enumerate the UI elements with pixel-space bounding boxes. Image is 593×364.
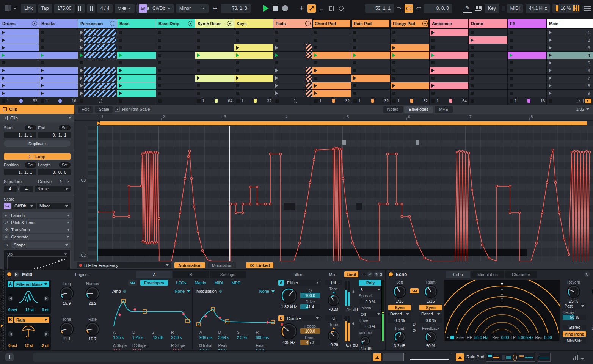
knob-value[interactable]: 435 Hz <box>282 340 295 345</box>
show-device-view-button[interactable] <box>456 353 464 361</box>
fold-icon[interactable]: ▼ <box>32 21 37 26</box>
subtab-midi[interactable]: MIDI <box>214 281 223 285</box>
meld-expand-icon[interactable] <box>14 272 19 277</box>
knob-dial[interactable] <box>394 331 406 343</box>
amp-envelope-graph[interactable] <box>111 297 191 328</box>
clip-slot[interactable] <box>117 52 156 59</box>
engine-b-preset-menu[interactable]: Rain <box>14 317 49 323</box>
scene-launch-1[interactable]: 1 <box>547 29 593 36</box>
engine-b-st[interactable]: 12 st <box>25 344 33 348</box>
clip-slot[interactable] <box>391 82 429 89</box>
section-transform[interactable]: ❖Transform <box>2 226 72 233</box>
computer-midi-keyboard-icon[interactable] <box>474 4 482 13</box>
clip-slot[interactable] <box>508 59 546 66</box>
play-button[interactable] <box>263 5 269 12</box>
mod-envelope-graph[interactable] <box>196 297 275 328</box>
narrow-knob[interactable]: Narrow 22.2 <box>80 281 105 306</box>
modulation-toggle[interactable]: Modulation <box>208 262 236 268</box>
loop-switch-icon[interactable] <box>405 4 413 13</box>
echo-title[interactable]: Echo <box>396 272 407 277</box>
mod-sustain[interactable]: 2.3 % <box>237 335 256 340</box>
clip-end-field[interactable]: 9. 1. 1 <box>38 132 71 138</box>
knob-value[interactable]: 16.7 <box>89 337 96 341</box>
clip-slot[interactable] <box>430 90 468 97</box>
mix-a-tone-knob[interactable]: Tone -0.33 <box>325 287 342 311</box>
scale-root-menu[interactable]: C#/Db <box>149 4 174 13</box>
clip-slot[interactable] <box>312 90 351 97</box>
fold-icon[interactable]: ▼ <box>227 21 232 26</box>
amp-release[interactable]: 2.36 s <box>171 335 190 340</box>
track-header[interactable]: Rain Pad <box>351 19 390 29</box>
clip-slot[interactable] <box>312 59 351 66</box>
clip-slot[interactable] <box>508 29 546 36</box>
clip-slot[interactable] <box>39 82 78 89</box>
clip-slot[interactable] <box>273 52 312 59</box>
clip-slot[interactable] <box>0 75 39 82</box>
track-status-row[interactable]: 116 <box>508 97 546 105</box>
clip-slot[interactable] <box>39 44 78 51</box>
scene-launch-9[interactable]: 9 <box>547 90 593 97</box>
groove-menu[interactable]: None <box>35 186 71 192</box>
clip-slot[interactable] <box>78 59 117 66</box>
scale-mode-icon[interactable]: b# <box>139 4 147 13</box>
lp-res-field[interactable]: 0.00 <box>544 335 552 340</box>
arrangement-position-field[interactable]: 73. 1. 3 <box>221 4 251 13</box>
loop-start-field[interactable]: 53. 1. 1 <box>365 4 394 13</box>
clip-slot[interactable] <box>117 67 156 74</box>
knob-value[interactable]: 22.2 <box>89 301 96 306</box>
device-chain-thumbnail[interactable] <box>486 353 535 362</box>
clip-slot[interactable] <box>469 75 507 82</box>
clip-slot[interactable] <box>351 59 390 66</box>
d-sync-button[interactable]: D <box>411 322 417 326</box>
track-header[interactable]: Bass <box>117 19 156 29</box>
stereo-width-knob[interactable]: Stereo 100 % <box>587 280 593 303</box>
clip-slot[interactable] <box>508 67 546 74</box>
knob-dial[interactable] <box>328 330 340 342</box>
tab-modulation[interactable]: Modulation <box>471 271 504 278</box>
clip-scale-root-menu[interactable]: C#/Db <box>12 203 36 209</box>
clip-slot[interactable] <box>469 44 507 51</box>
session-record-icon[interactable] <box>337 4 345 13</box>
track-status-row[interactable]: 132 <box>0 97 39 105</box>
clip-slot[interactable] <box>0 90 39 97</box>
track-header[interactable]: Drums▼ <box>0 19 39 29</box>
track-header[interactable]: Ambience <box>430 19 468 29</box>
scene-launch-5[interactable]: 5 <box>547 59 593 66</box>
clip-slot[interactable] <box>312 36 351 44</box>
limit-button[interactable]: Limit <box>344 271 358 277</box>
amp-mod-menu[interactable]: None <box>175 289 185 293</box>
set-position-button[interactable]: Set <box>25 162 36 168</box>
clip-slot[interactable] <box>351 36 390 44</box>
rate-knob[interactable]: Rate 16.7 <box>80 317 105 341</box>
clip-slot[interactable] <box>78 44 117 51</box>
engine-b-oct[interactable]: 0 oct <box>8 344 17 348</box>
engine-a-ct[interactable]: 0 ct <box>42 308 49 312</box>
clip-slot[interactable] <box>391 52 429 59</box>
clip-slot[interactable] <box>469 90 507 97</box>
poly-button[interactable]: Poly <box>359 280 382 286</box>
mix-b-level[interactable]: 6.7 dB <box>342 343 358 347</box>
clip-slot[interactable] <box>391 90 429 97</box>
main-status-row[interactable] <box>547 97 593 105</box>
tap-tempo-button[interactable]: Tap <box>38 4 52 13</box>
knob-dial[interactable] <box>328 294 340 306</box>
track-header[interactable]: Chord Pad <box>312 19 351 29</box>
clip-slot[interactable] <box>0 36 39 44</box>
clip-slot[interactable] <box>312 29 351 36</box>
track-status-row[interactable]: 132 <box>391 97 429 105</box>
track-status-row[interactable] <box>273 97 312 105</box>
subtab-mpe[interactable]: MPE <box>232 281 241 285</box>
clip-slot[interactable] <box>469 36 507 44</box>
clip-slot[interactable] <box>234 44 273 51</box>
phase-button[interactable]: Ø <box>411 328 417 333</box>
clip-slot[interactable] <box>156 67 195 74</box>
mod-release[interactable]: 600 ms <box>256 335 275 340</box>
clip-slot[interactable] <box>78 90 117 97</box>
knob-value[interactable]: 25 % <box>569 299 578 303</box>
knob-dial[interactable] <box>360 336 370 346</box>
filter-b-damp-field[interactable]: 45.3 <box>300 340 320 345</box>
filter-a-freq-knob[interactable]: 1.82 kHz <box>278 287 300 309</box>
clip-slot[interactable] <box>469 67 507 74</box>
clip-slot[interactable] <box>0 67 39 74</box>
track-status-row[interactable]: 132 <box>234 97 273 105</box>
